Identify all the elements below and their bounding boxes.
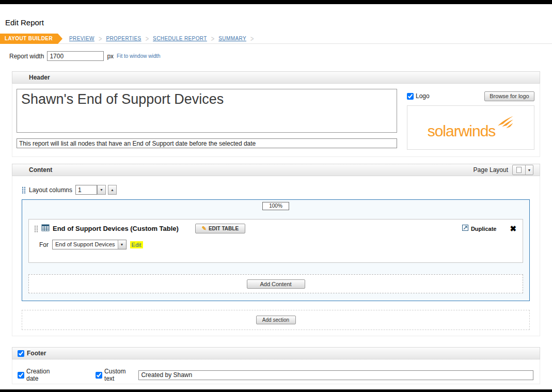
logo-checkbox[interactable] xyxy=(407,93,414,100)
content-section-title: Content xyxy=(29,166,52,174)
report-width-label: Report width xyxy=(9,53,44,60)
logo-checkbox-group: Logo xyxy=(407,92,430,100)
tab-layout-builder[interactable]: LAYOUT BUILDER xyxy=(0,34,58,44)
dropdown-arrow-icon[interactable]: ▼ xyxy=(525,165,533,175)
add-content-area: Add Content xyxy=(28,274,523,293)
custom-text-input[interactable] xyxy=(138,370,533,380)
solarwinds-flame-icon xyxy=(496,115,514,133)
report-subtitle-input[interactable] xyxy=(17,138,397,148)
creation-date-label: Creation date xyxy=(26,368,61,382)
content-section-body: Layout columns ▼ ▲ 100% xyxy=(12,176,540,336)
logo-label: Logo xyxy=(416,92,430,100)
tab-preview[interactable]: PREVIEW xyxy=(69,36,94,41)
column-width-chip: 100% xyxy=(262,202,289,210)
layout-columns-row: Layout columns ▼ ▲ xyxy=(22,185,117,195)
header-section-bar: Header xyxy=(12,71,540,84)
logo-preview-box: solarwinds xyxy=(407,105,534,150)
content-section: Content Page Layout ▼ xyxy=(12,164,540,336)
layout-columns-dropdown-button[interactable]: ▼ xyxy=(97,185,106,195)
widget-title: End of Support Devices (Custom Table) xyxy=(53,225,179,232)
chevron-separator-icon: > xyxy=(99,35,102,43)
for-label: For xyxy=(39,241,49,248)
solarwinds-logo: solarwinds xyxy=(428,115,514,140)
custom-text-checkbox-group: Custom text xyxy=(96,368,135,382)
tab-schedule-report[interactable]: SCHEDULE REPORT xyxy=(153,36,207,41)
custom-table-widget: End of Support Devices (Custom Table) ✎ … xyxy=(28,219,523,263)
duplicate-icon xyxy=(462,224,469,233)
layout-columns-up-button[interactable]: ▲ xyxy=(108,185,117,195)
page-layout-label: Page Layout xyxy=(474,166,508,174)
header-section-title: Header xyxy=(29,74,50,81)
footer-section-title: Footer xyxy=(27,350,46,357)
layout-column-container: 100% xyxy=(22,199,530,301)
report-width-unit: px xyxy=(107,53,114,60)
page-layout-dropdown[interactable]: ▼ xyxy=(512,165,533,175)
table-icon xyxy=(41,224,50,233)
layout-columns-input[interactable] xyxy=(75,185,97,195)
edit-table-button[interactable]: ✎ EDIT TABLE xyxy=(195,224,245,233)
add-content-button[interactable]: Add Content xyxy=(247,279,305,289)
report-title-textarea[interactable]: Shawn's End of Support Devices xyxy=(17,89,397,133)
logo-controls: Logo Browse for logo solarwinds xyxy=(407,91,534,150)
footer-section-body: Creation date Custom text xyxy=(12,359,540,384)
solarwinds-logo-text: solarwinds xyxy=(428,122,496,140)
edit-table-button-label: EDIT TABLE xyxy=(209,226,239,231)
top-black-bar xyxy=(0,0,552,4)
footer-section-bar: Footer xyxy=(12,347,540,359)
datasource-select-value: End of Support Devices xyxy=(53,240,118,249)
edit-report-page: Edit Report LAYOUT BUILDER PREVIEW > PRO… xyxy=(0,0,552,392)
creation-date-checkbox-group: Creation date xyxy=(18,368,61,382)
add-section-button[interactable]: Add section xyxy=(256,316,296,324)
page-layout-icon xyxy=(513,165,525,175)
datasource-select[interactable]: End of Support Devices ▼ xyxy=(52,240,127,249)
edit-datasource-link[interactable]: Edit xyxy=(130,241,143,248)
footer-checkbox[interactable] xyxy=(18,350,24,357)
add-section-area: Add section xyxy=(22,310,530,330)
custom-text-checkbox[interactable] xyxy=(96,372,102,379)
tab-bar: LAYOUT BUILDER PREVIEW > PROPERTIES > SC… xyxy=(0,34,552,44)
fit-to-window-link[interactable]: Fit to window width xyxy=(117,53,160,59)
browse-for-logo-button[interactable]: Browse for logo xyxy=(484,91,534,101)
header-section: Header Shawn's End of Support Devices Lo… xyxy=(12,71,540,157)
logo-row: Logo Browse for logo xyxy=(407,91,534,101)
footer-section: Footer Creation date Custom text xyxy=(12,347,540,384)
close-icon[interactable]: ✖ xyxy=(510,225,516,232)
pencil-icon: ✎ xyxy=(202,225,207,232)
tab-properties[interactable]: PROPERTIES xyxy=(106,36,141,41)
content-section-bar: Content Page Layout ▼ xyxy=(12,164,540,176)
dropdown-arrow-icon: ▼ xyxy=(118,240,126,249)
widget-drag-handle-icon[interactable] xyxy=(34,225,38,232)
page-layout-controls: Page Layout ▼ xyxy=(474,165,533,175)
bottom-black-bar xyxy=(0,389,552,392)
duplicate-label: Duplicate xyxy=(471,226,497,232)
report-width-row: Report width px Fit to window width xyxy=(9,51,161,61)
layout-columns-label: Layout columns xyxy=(29,186,72,194)
creation-date-checkbox[interactable] xyxy=(18,372,24,379)
tab-summary[interactable]: SUMMARY xyxy=(218,36,246,41)
section-drag-handle-icon[interactable] xyxy=(22,186,26,194)
chevron-separator-icon: > xyxy=(250,35,254,43)
widget-header-row: End of Support Devices (Custom Table) ✎ … xyxy=(34,224,516,233)
header-section-body: Shawn's End of Support Devices Logo Brow… xyxy=(12,84,540,157)
widget-datasource-row: For End of Support Devices ▼ Edit xyxy=(39,240,143,249)
custom-text-label: Custom text xyxy=(104,368,135,382)
footer-options-row: Creation date Custom text xyxy=(18,368,533,382)
report-width-input[interactable] xyxy=(47,51,104,61)
duplicate-button[interactable]: Duplicate xyxy=(462,224,497,233)
chevron-separator-icon: > xyxy=(211,35,214,43)
chevron-separator-icon: > xyxy=(146,35,149,43)
page-title: Edit Report xyxy=(5,18,44,27)
footer-checkbox-group: Footer xyxy=(18,350,46,357)
